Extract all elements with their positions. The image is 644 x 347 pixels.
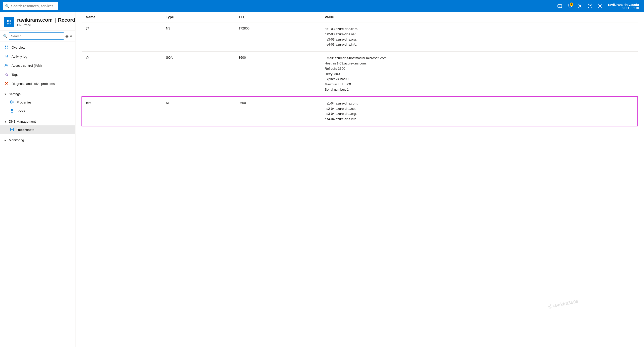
settings-section-header[interactable]: ▼ Settings <box>0 90 75 98</box>
cell-value: Email: azuredns-hostmaster.microsoft.com… <box>321 52 638 97</box>
sidebar-item-tags[interactable]: Tags <box>0 70 75 79</box>
sidebar-item-overview[interactable]: Overview <box>0 43 75 52</box>
cell-value: ns1-03.azure-dns.com.ns2-03.azure-dns.ne… <box>321 22 638 52</box>
cell-value: ns1-04.azure-dns.com.ns2-04.azure-dns.ne… <box>321 97 638 126</box>
table-row[interactable]: @NS172800ns1-03.azure-dns.com.ns2-03.azu… <box>82 22 638 52</box>
nav-section-monitoring: ► Monitoring <box>0 135 75 145</box>
locks-icon <box>10 109 14 114</box>
sidebar-item-diagnose-label: Diagnose and solve problems <box>12 82 71 86</box>
topbar-search-wrap: 🔍 <box>3 2 129 10</box>
cell-type: SOA <box>162 52 234 97</box>
col-header-ttl: TTL <box>234 12 320 22</box>
diagnose-icon <box>4 81 9 86</box>
svg-point-4 <box>590 7 590 8</box>
svg-rect-13 <box>7 23 9 24</box>
iam-icon <box>4 63 9 68</box>
table-row[interactable]: @SOA3600Email: azuredns-hostmaster.micro… <box>82 52 638 97</box>
cell-ttl: 172800 <box>234 22 320 52</box>
svg-rect-14 <box>10 23 11 24</box>
cell-name: @ <box>82 22 162 52</box>
nav-section-dns-management: ▼ DNS Management Recordsets <box>0 117 75 135</box>
resource-section: Recordsets <box>58 17 75 23</box>
user-menu[interactable]: ravikiransrinivasulu DEFAULT DI <box>606 2 641 11</box>
col-header-value: Value <box>321 12 638 22</box>
nav-section-settings: ▼ Settings Properties <box>0 89 75 117</box>
svg-point-6 <box>599 5 601 7</box>
records-table-wrap: Name Type TTL Value @NS172800ns1-03.azur… <box>75 12 644 347</box>
cell-name: test <box>82 97 162 126</box>
resource-title: ravikirans.com | Recordsets ☆ ⋯ <box>17 17 75 23</box>
sidebar-search-input[interactable] <box>9 32 64 40</box>
svg-rect-19 <box>5 55 5 57</box>
monitoring-section-header[interactable]: ► Monitoring <box>0 136 75 144</box>
settings-chevron-icon: ▼ <box>4 93 7 96</box>
svg-rect-35 <box>11 128 14 131</box>
svg-rect-22 <box>8 55 8 57</box>
sidebar-item-locks[interactable]: Locks <box>0 107 75 116</box>
topbar: 🔍 2 <box>0 0 644 12</box>
resource-name: ravikirans.com <box>17 17 53 23</box>
svg-point-24 <box>7 64 8 65</box>
sidebar: ravikirans.com | Recordsets ☆ ⋯ DNS zone… <box>0 12 75 347</box>
cell-type: NS <box>162 22 234 52</box>
dns-management-chevron-icon: ▼ <box>4 120 7 123</box>
cell-type: NS <box>162 97 234 126</box>
sidebar-item-recordsets-label: Recordsets <box>17 128 34 132</box>
sidebar-item-activity-log-label: Activity log <box>12 55 71 58</box>
tenant-label: DEFAULT DI <box>608 7 639 10</box>
settings-section-label: Settings <box>9 92 21 96</box>
svg-rect-21 <box>7 56 7 57</box>
cloud-shell-button[interactable] <box>556 2 564 10</box>
main-content: Name Type TTL Value @NS172800ns1-03.azur… <box>75 12 644 347</box>
svg-point-2 <box>579 5 581 7</box>
topbar-search-icon: 🔍 <box>5 4 9 8</box>
sidebar-item-tags-label: Tags <box>12 73 71 77</box>
sidebar-item-properties[interactable]: Properties <box>0 98 75 107</box>
table-header-row: Name Type TTL Value <box>82 12 638 22</box>
sidebar-search-wrap: 🔍 ◈ « <box>0 30 75 42</box>
records-table: Name Type TTL Value @NS172800ns1-03.azur… <box>82 12 638 126</box>
sidebar-filter-icon[interactable]: ◈ <box>65 34 68 39</box>
dns-management-section-header[interactable]: ▼ DNS Management <box>0 118 75 125</box>
cell-name: @ <box>82 52 162 97</box>
svg-rect-20 <box>6 55 6 57</box>
sidebar-collapse-icon[interactable]: « <box>70 34 72 38</box>
notification-badge: 2 <box>570 3 573 6</box>
properties-icon <box>10 100 14 105</box>
resource-header: ravikirans.com | Recordsets ☆ ⋯ DNS zone <box>0 12 75 30</box>
svg-rect-17 <box>5 48 6 49</box>
monitoring-section-label: Monitoring <box>9 138 24 142</box>
topbar-search-input[interactable] <box>3 2 58 10</box>
feedback-button[interactable] <box>596 2 604 10</box>
tags-icon <box>4 72 9 77</box>
svg-point-23 <box>5 64 7 65</box>
resource-subtitle: DNS zone <box>17 23 75 27</box>
svg-rect-11 <box>7 20 9 22</box>
sidebar-item-iam[interactable]: Access control (IAM) <box>0 61 75 70</box>
table-row[interactable]: testNS3600ns1-04.azure-dns.com.ns2-04.az… <box>82 97 638 126</box>
svg-rect-15 <box>5 46 6 47</box>
sidebar-item-diagnose[interactable]: Diagnose and solve problems <box>0 79 75 88</box>
col-header-type: Type <box>162 12 234 22</box>
sidebar-item-recordsets[interactable]: Recordsets <box>0 125 75 134</box>
svg-rect-12 <box>10 20 11 22</box>
help-button[interactable] <box>586 2 594 10</box>
overview-icon <box>4 45 9 50</box>
sidebar-item-activity-log[interactable]: Activity log <box>0 52 75 61</box>
sidebar-search-icon: 🔍 <box>3 34 7 38</box>
notifications-button[interactable]: 2 <box>566 2 574 10</box>
settings-button[interactable] <box>576 2 584 10</box>
col-header-name: Name <box>82 12 162 22</box>
resource-icon <box>4 17 14 27</box>
cell-ttl: 3600 <box>234 97 320 126</box>
svg-rect-16 <box>7 46 8 47</box>
resource-title-wrap: ravikirans.com | Recordsets ☆ ⋯ DNS zone <box>17 17 75 27</box>
svg-point-25 <box>6 74 6 74</box>
dns-management-section-label: DNS Management <box>9 120 36 123</box>
monitoring-chevron-icon: ► <box>4 139 7 142</box>
svg-point-34 <box>12 111 12 112</box>
username-label: ravikiransrinivasulu <box>608 3 639 7</box>
svg-rect-29 <box>11 101 12 103</box>
recordsets-icon <box>10 127 14 132</box>
svg-rect-18 <box>7 48 8 49</box>
